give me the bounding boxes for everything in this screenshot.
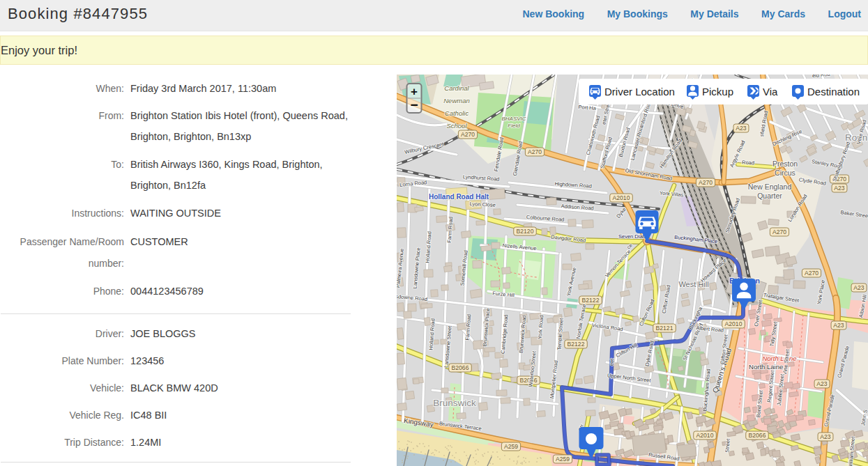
svg-text:A2010: A2010 (696, 432, 714, 439)
svg-text:Brunswick: Brunswick (433, 398, 476, 408)
svg-text:A2010: A2010 (613, 194, 630, 201)
svg-text:A259: A259 (504, 443, 518, 450)
svg-text:B2066: B2066 (749, 432, 766, 439)
svg-text:B2066: B2066 (452, 364, 469, 371)
svg-text:A259: A259 (556, 456, 570, 463)
svg-text:School: School (446, 122, 467, 130)
svg-text:BHASVIC: BHASVIC (501, 116, 526, 122)
svg-text:A270: A270 (528, 148, 542, 155)
svg-text:A23: A23 (736, 125, 747, 132)
svg-text:A23: A23 (833, 322, 844, 329)
svg-text:+: + (411, 85, 418, 98)
svg-text:Road: Road (742, 160, 754, 166)
svg-text:Via: Via (763, 86, 778, 98)
svg-text:B2120: B2120 (517, 228, 534, 235)
svg-text:Pickup: Pickup (702, 86, 733, 98)
svg-text:Field: Field (508, 123, 520, 129)
svg-text:Street: Street (724, 438, 731, 453)
svg-text:Preston: Preston (772, 160, 798, 168)
svg-text:A23: A23 (816, 380, 828, 387)
svg-text:A23: A23 (853, 284, 865, 291)
svg-text:A270: A270 (699, 179, 713, 186)
svg-text:A270: A270 (772, 228, 786, 235)
svg-text:North Laine.: North Laine. (749, 363, 785, 371)
svg-text:eet: eet (609, 357, 616, 366)
svg-text:A2010: A2010 (725, 320, 743, 327)
svg-text:Seven Dials: Seven Dials (618, 233, 646, 240)
svg-text:−: − (410, 98, 418, 112)
svg-text:A23: A23 (820, 433, 831, 440)
svg-text:New England: New England (748, 182, 792, 191)
svg-text:Circus: Circus (775, 169, 795, 177)
svg-text:Catholic: Catholic (445, 109, 469, 117)
svg-text:B2121: B2121 (656, 325, 673, 332)
svg-text:Newman: Newman (443, 97, 470, 104)
svg-text:Quarter: Quarter (757, 192, 782, 200)
svg-text:Destination: Destination (807, 86, 860, 98)
svg-text:Driver Location: Driver Location (604, 86, 675, 98)
svg-text:Holland Road Halt: Holland Road Halt (429, 193, 489, 201)
svg-text:Cardinal: Cardinal (444, 84, 469, 92)
svg-text:B2122: B2122 (568, 341, 585, 348)
svg-text:A270: A270 (805, 270, 818, 277)
svg-text:B2122: B2122 (582, 297, 600, 304)
svg-text:North Laine: North Laine (762, 355, 796, 362)
svg-text:A23: A23 (834, 185, 845, 192)
svg-text:A270: A270 (461, 131, 475, 138)
